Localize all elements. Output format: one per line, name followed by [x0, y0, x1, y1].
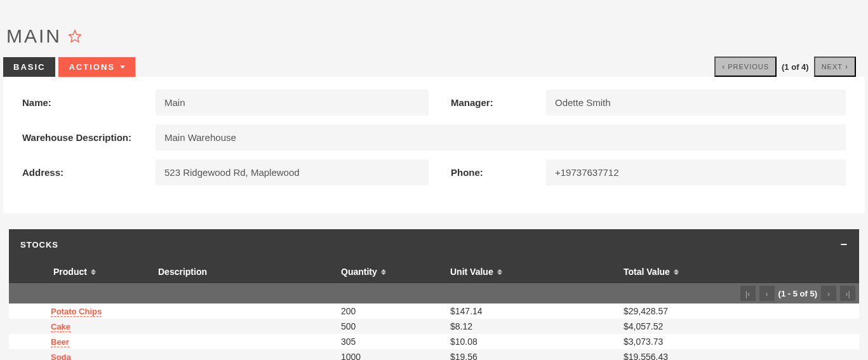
column-quantity-label: Quantity	[341, 267, 377, 277]
actions-label: ACTIONS	[69, 62, 115, 72]
name-label: Name:	[22, 97, 156, 108]
star-icon[interactable]	[68, 29, 82, 43]
cell-quantity: 1000	[298, 352, 450, 360]
actions-dropdown-button[interactable]: ACTIONS	[58, 57, 135, 77]
stocks-title: STOCKS	[20, 240, 58, 250]
stocks-body: Potato Chips200$147.14$29,428.57Cake500$…	[9, 303, 859, 360]
sort-icon	[381, 269, 386, 275]
table-row: Beer305$10.08$3,073.73	[9, 334, 859, 349]
first-page-button[interactable]: |‹	[740, 286, 756, 301]
cell-unit-value: $10.08	[450, 337, 624, 347]
column-unit-value[interactable]: Unit Value	[450, 267, 624, 277]
previous-label: PREVIOUS	[728, 63, 769, 70]
column-description[interactable]: Description	[158, 267, 298, 277]
chevron-right-icon: ›	[845, 62, 848, 71]
sort-icon	[91, 269, 96, 275]
column-product[interactable]: Product	[9, 267, 158, 277]
phone-field[interactable]: +19737637712	[546, 159, 846, 185]
column-total-value[interactable]: Total Value	[624, 267, 859, 277]
column-product-label: Product	[53, 267, 87, 277]
collapse-icon[interactable]: −	[840, 238, 848, 251]
last-page-button[interactable]: ›|	[840, 286, 855, 301]
description-field[interactable]: Main Warehouse	[156, 124, 846, 150]
stocks-pager: |‹ ‹ (1 - 5 of 5) › ›|	[9, 283, 859, 303]
cell-unit-value: $19.56	[450, 352, 624, 360]
name-field[interactable]: Main	[156, 90, 429, 116]
table-row: Soda1000$19.56$19,556.43	[9, 349, 859, 360]
column-total-value-label: Total Value	[624, 267, 670, 277]
cell-total-value: $19,556.43	[624, 352, 859, 360]
cell-unit-value: $147.14	[450, 306, 624, 316]
toolbar: BASIC ACTIONS ‹ PREVIOUS (1 of 4) NEXT ›	[0, 57, 868, 77]
address-field[interactable]: 523 Ridgewood Rd, Maplewood	[156, 159, 429, 185]
next-button[interactable]: NEXT ›	[814, 57, 856, 77]
caret-down-icon	[120, 65, 125, 69]
cell-unit-value: $8.12	[450, 321, 624, 331]
basic-button[interactable]: BASIC	[3, 57, 55, 77]
manager-label: Manager:	[429, 97, 546, 108]
product-link[interactable]: Soda	[51, 352, 71, 360]
svg-marker-0	[69, 30, 81, 42]
next-label: NEXT	[822, 63, 843, 70]
cell-quantity: 500	[298, 321, 450, 331]
address-label: Address:	[22, 167, 156, 178]
previous-button[interactable]: ‹ PREVIOUS	[714, 57, 777, 77]
table-row: Cake500$8.12$4,057.52	[9, 319, 859, 334]
cell-total-value: $29,428.57	[624, 306, 859, 316]
product-link[interactable]: Potato Chips	[51, 307, 102, 317]
chevron-left-icon: ‹	[722, 62, 725, 71]
sort-icon	[674, 269, 679, 275]
prev-page-button[interactable]: ‹	[759, 286, 775, 301]
table-row: Potato Chips200$147.14$29,428.57	[9, 303, 859, 319]
pager-text: (1 of 4)	[782, 62, 809, 72]
page-title: MAIN	[6, 25, 62, 47]
column-unit-value-label: Unit Value	[450, 267, 493, 277]
product-link[interactable]: Cake	[51, 322, 70, 332]
sort-icon	[497, 269, 502, 275]
column-description-label: Description	[158, 267, 207, 277]
cell-total-value: $4,057.52	[624, 321, 859, 331]
details-card: Name: Main Manager: Odette Smith Warehou…	[3, 77, 865, 213]
product-link[interactable]: Beer	[51, 337, 69, 347]
phone-label: Phone:	[429, 167, 546, 178]
stocks-pager-text: (1 - 5 of 5)	[778, 289, 817, 298]
description-label: Warehouse Description:	[22, 132, 156, 143]
next-page-button[interactable]: ›	[821, 286, 836, 301]
cell-quantity: 200	[298, 306, 450, 316]
stocks-column-headers: Product Description Quantity Unit Value …	[9, 260, 859, 283]
cell-quantity: 305	[298, 337, 450, 347]
cell-total-value: $3,073.73	[624, 337, 859, 347]
column-quantity[interactable]: Quantity	[298, 267, 450, 277]
stocks-section: STOCKS − Product Description Quantity Un…	[9, 229, 859, 360]
manager-field[interactable]: Odette Smith	[546, 90, 846, 116]
